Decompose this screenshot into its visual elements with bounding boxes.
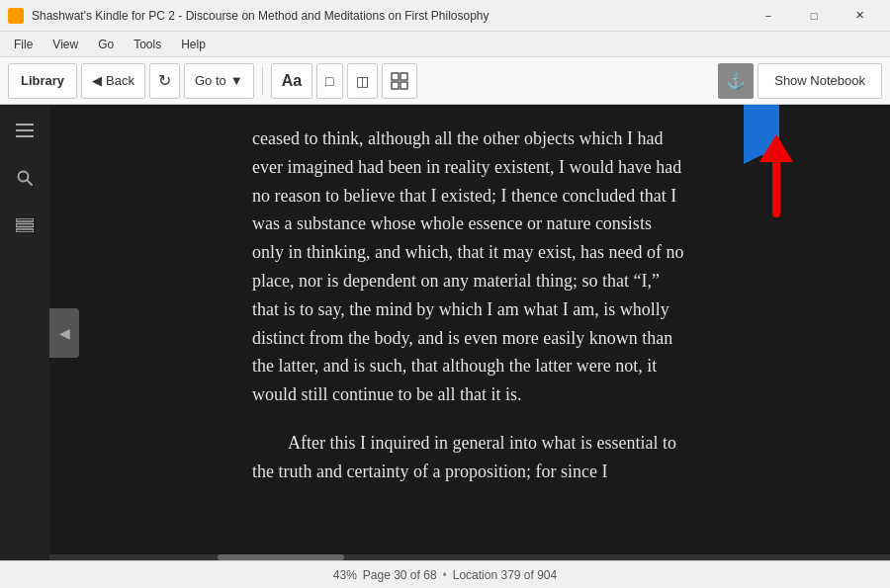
- svg-line-9: [28, 181, 33, 186]
- library-button[interactable]: Library: [8, 63, 77, 99]
- font-button[interactable]: Aa: [271, 63, 312, 99]
- goto-button[interactable]: Go to ▼: [184, 63, 254, 99]
- toolbar: Library ◀ Back ↻ Go to ▼ Aa □ ◫ ⚓ Show N…: [0, 57, 890, 105]
- fullscreen-button[interactable]: □: [316, 63, 342, 99]
- svg-rect-6: [16, 129, 34, 131]
- svg-rect-5: [16, 124, 34, 126]
- main-content: ◀ ceased to think, although all the othe…: [0, 105, 890, 560]
- prev-page-button[interactable]: ◀: [49, 308, 79, 358]
- status-dot-1: •: [443, 568, 447, 582]
- goto-chevron-icon: ▼: [230, 73, 243, 88]
- reading-area: ◀ ceased to think, although all the othe…: [49, 105, 890, 560]
- page-content: ceased to think, although all the other …: [213, 105, 727, 526]
- status-location: Location 379 of 904: [453, 568, 557, 582]
- title-bar: Shashwat's Kindle for PC 2 - Discourse o…: [0, 0, 890, 32]
- page-text: ceased to think, although all the other …: [252, 125, 687, 486]
- svg-rect-10: [16, 218, 34, 221]
- paragraph-1: ceased to think, although all the other …: [252, 125, 687, 409]
- menu-help[interactable]: Help: [171, 32, 216, 56]
- menu-bar: File View Go Tools Help: [0, 32, 890, 57]
- scrollbar-thumb[interactable]: [218, 554, 344, 560]
- svg-rect-12: [16, 229, 34, 232]
- svg-rect-11: [16, 224, 34, 227]
- back-chevron-icon: ◀: [92, 73, 102, 88]
- separator-1: [262, 67, 263, 95]
- maximize-button[interactable]: □: [791, 0, 837, 32]
- sidebar: [0, 105, 49, 560]
- fullscreen-icon: □: [325, 73, 333, 89]
- grid-view-button[interactable]: [382, 63, 417, 99]
- back-label: Back: [106, 73, 134, 88]
- svg-rect-4: [400, 82, 407, 89]
- status-page-info: Page 30 of 68: [363, 568, 437, 582]
- split-view-button[interactable]: ◫: [347, 63, 378, 99]
- minimize-button[interactable]: −: [746, 0, 791, 32]
- menu-go[interactable]: Go: [88, 32, 124, 56]
- back-button[interactable]: ◀ Back: [81, 63, 145, 99]
- paragraph-2: After this I inquired in general into wh…: [252, 429, 687, 486]
- window-title: Shashwat's Kindle for PC 2 - Discourse o…: [32, 9, 490, 23]
- goto-label: Go to: [195, 73, 226, 88]
- menu-file[interactable]: File: [4, 32, 43, 56]
- window-controls[interactable]: − □ ✕: [746, 0, 882, 32]
- menu-view[interactable]: View: [43, 32, 88, 56]
- grid-icon: [391, 72, 408, 90]
- svg-rect-3: [392, 82, 399, 89]
- status-bar: 43% Page 30 of 68 • Location 379 of 904: [0, 560, 890, 588]
- refresh-icon: ↻: [158, 71, 171, 90]
- prev-arrow-icon: ◀: [59, 325, 70, 341]
- sidebar-layers-icon[interactable]: [11, 211, 39, 239]
- svg-rect-1: [392, 73, 399, 80]
- bookmark-icon: ⚓: [726, 71, 746, 90]
- show-notebook-button[interactable]: Show Notebook: [757, 63, 882, 99]
- sidebar-menu-icon[interactable]: [11, 117, 39, 144]
- title-bar-left: Shashwat's Kindle for PC 2 - Discourse o…: [8, 8, 490, 24]
- refresh-button[interactable]: ↻: [149, 63, 180, 99]
- menu-tools[interactable]: Tools: [124, 32, 171, 56]
- svg-marker-14: [759, 134, 793, 162]
- split-icon: ◫: [356, 73, 369, 89]
- svg-rect-0: [10, 10, 22, 22]
- svg-rect-2: [400, 73, 407, 80]
- bookmark-button[interactable]: ⚓: [718, 63, 754, 99]
- kindle-icon: [8, 8, 24, 24]
- svg-rect-7: [16, 135, 34, 137]
- status-percentage: 43%: [333, 568, 357, 582]
- sidebar-search-icon[interactable]: [11, 164, 39, 192]
- reading-scrollbar[interactable]: [49, 554, 890, 560]
- close-button[interactable]: ✕: [837, 0, 882, 32]
- red-arrow-annotation: [752, 134, 801, 223]
